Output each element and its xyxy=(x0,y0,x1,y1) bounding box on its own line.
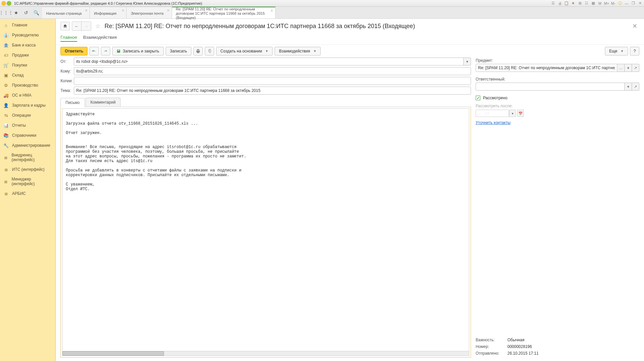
interactions-button[interactable]: Взаимодействия▼ xyxy=(275,47,321,55)
to-input[interactable] xyxy=(74,67,471,75)
tab-label: Re: [SPAM 11.20] RE: Отчет по непродленн… xyxy=(176,7,267,20)
sent-value: 26.10.2015 17:11 xyxy=(507,351,538,356)
sidebar-item[interactable]: ⇆Операции xyxy=(0,110,55,120)
close-page-button[interactable]: ✕ xyxy=(630,22,639,30)
tb-m-minus[interactable]: M- xyxy=(611,1,616,6)
create-based-button[interactable]: Создать на основании▼ xyxy=(216,47,273,55)
owner-dropdown-button[interactable]: ▾ xyxy=(625,83,632,91)
print-button[interactable] xyxy=(193,47,203,55)
reply-button[interactable]: Ответить xyxy=(60,47,88,55)
search-icon[interactable]: 🔍 xyxy=(33,9,39,16)
window-restore-icon[interactable]: ❐ xyxy=(631,1,636,6)
right-subject-input[interactable] xyxy=(476,64,617,72)
sidebar-item[interactable]: ≣АРБИС xyxy=(0,189,55,199)
window-close-icon[interactable]: ✕ xyxy=(637,1,643,6)
sidebar-item[interactable]: 👤Зарплата и кадры xyxy=(0,100,55,110)
from-input[interactable] xyxy=(74,57,464,66)
from-picker-button[interactable]: ▾ xyxy=(464,57,471,66)
subject-open-button[interactable]: ↗ xyxy=(632,64,639,72)
sidebar-item[interactable]: 🚚ОС и НМА xyxy=(0,90,55,100)
sidebar-item[interactable]: ▣Склад xyxy=(0,70,55,80)
subtab-main[interactable]: Главное xyxy=(60,33,77,42)
subject-input[interactable] xyxy=(74,87,471,95)
tb-m[interactable]: M xyxy=(597,1,603,6)
info-icon[interactable]: ⓘ xyxy=(617,1,623,6)
tab-letter[interactable]: Письмо xyxy=(60,98,85,107)
cart-icon: 🛒 xyxy=(3,63,9,68)
app-icon-dropdown[interactable] xyxy=(7,1,11,6)
sidebar-item[interactable]: 🏷Продажи xyxy=(0,50,55,60)
main-tab[interactable]: Re: [SPAM 11.20] RE: Отчет по непродленн… xyxy=(172,7,276,18)
tab-close-icon[interactable]: × xyxy=(85,8,88,13)
number-value: 00000028196 xyxy=(507,344,532,349)
main-tab[interactable]: Информация× xyxy=(90,7,127,18)
tag-icon: 🏷 xyxy=(3,52,9,58)
sidebar-item[interactable]: 👔Руководителю xyxy=(0,30,55,40)
tb-icon[interactable]: ▦ xyxy=(591,1,596,6)
main-tab[interactable]: Начальная страница× xyxy=(42,7,90,18)
apps-icon[interactable]: ⋮⋮⋮ xyxy=(3,9,9,16)
gears-icon: ⚙ xyxy=(3,83,9,88)
back-button[interactable]: ← xyxy=(72,22,82,30)
sidebar-item[interactable]: 📚Справочники xyxy=(0,130,55,140)
review-after-input[interactable] xyxy=(476,110,509,117)
user-tie-icon: 👔 xyxy=(3,32,9,38)
refine-contacts-link[interactable]: Уточнить контакты xyxy=(476,120,510,125)
home-button[interactable] xyxy=(60,22,70,30)
sidebar-item[interactable]: 🛒Покупки xyxy=(0,60,55,70)
save-button[interactable]: Записать xyxy=(166,47,191,55)
reply-all-button[interactable] xyxy=(90,47,99,55)
review-after-calendar[interactable]: 📅 xyxy=(517,110,524,117)
message-body[interactable]: Здравствуйте Загрузка файла отчета otv_1… xyxy=(62,108,469,351)
sidebar-item[interactable]: 🔧Администрирование xyxy=(0,140,55,150)
help-button[interactable]: ? xyxy=(630,47,639,55)
tb-icon[interactable]: 🖨 xyxy=(557,1,562,6)
forward-button[interactable]: → xyxy=(82,22,91,30)
history-icon[interactable]: ↺ xyxy=(23,9,29,16)
sidebar-item-label: Производство xyxy=(12,83,38,88)
tb-m-plus[interactable]: M+ xyxy=(604,1,609,6)
sidebar-item[interactable]: ≣Внедренец (интерфейс) xyxy=(0,150,55,164)
save-close-button[interactable]: Записать и закрыть xyxy=(112,47,163,55)
favorite-icon[interactable]: ★ xyxy=(13,9,19,16)
list-icon: ≣ xyxy=(3,167,9,172)
tb-icon[interactable]: 📋 xyxy=(564,1,569,6)
tab-close-icon[interactable]: × xyxy=(167,8,169,13)
sidebar-item[interactable]: ≣ИТС (интерфейс) xyxy=(0,164,55,174)
sidebar-item-label: Администрирование xyxy=(12,143,50,148)
tb-icon[interactable]: ☷ xyxy=(584,1,589,6)
subtab-interactions[interactable]: Взаимодействия xyxy=(83,33,117,42)
favorite-star-icon[interactable]: ☆ xyxy=(95,22,101,30)
window-minimize-icon[interactable]: — xyxy=(624,1,629,6)
tb-icon[interactable]: ⊞ xyxy=(577,1,583,6)
sidebar-item-label: Справочники xyxy=(12,133,36,138)
message-scrollbar-h[interactable] xyxy=(62,351,469,356)
tab-close-icon[interactable]: × xyxy=(270,9,273,13)
sidebar-item[interactable]: ⚙Производство xyxy=(0,80,55,90)
owner-open-button[interactable]: ↗ xyxy=(632,83,639,91)
truck-icon: 🚚 xyxy=(3,93,9,98)
subject-dropdown-button[interactable]: ▾ xyxy=(625,64,632,72)
tb-icon-star[interactable]: ★ xyxy=(571,1,576,6)
forward-button-tb[interactable] xyxy=(101,47,110,55)
attach-button[interactable] xyxy=(205,47,214,55)
cc-input[interactable] xyxy=(74,77,471,85)
more-button[interactable]: Еще▼ xyxy=(605,47,628,55)
sidebar-item[interactable]: ≣Менеджер (интерфейс) xyxy=(0,174,55,189)
main-tab[interactable]: Электронная почта× xyxy=(127,7,172,18)
sidebar-item-label: Покупки xyxy=(12,63,27,68)
sidebar-item[interactable]: ⌂Главное xyxy=(0,20,55,30)
sidebar-item-label: Банк и касса xyxy=(12,43,36,47)
owner-input[interactable] xyxy=(476,83,625,91)
boxes-icon: ▣ xyxy=(3,73,9,78)
sidebar-item[interactable]: 📊Отчеты xyxy=(0,120,55,130)
review-after-dropdown[interactable]: ▾ xyxy=(509,110,516,117)
to-label: Кому: xyxy=(60,69,74,74)
tab-close-icon[interactable]: × xyxy=(122,8,124,13)
sidebar-item[interactable]: 🏦Банк и касса xyxy=(0,40,55,50)
reviewed-checkbox[interactable]: ✓ xyxy=(476,96,480,100)
subject-more-button[interactable]: … xyxy=(617,64,625,72)
tab-comment[interactable]: Комментарий xyxy=(86,98,121,107)
from-label: От: xyxy=(60,59,74,64)
tb-icon[interactable]: ☰ xyxy=(550,1,556,6)
